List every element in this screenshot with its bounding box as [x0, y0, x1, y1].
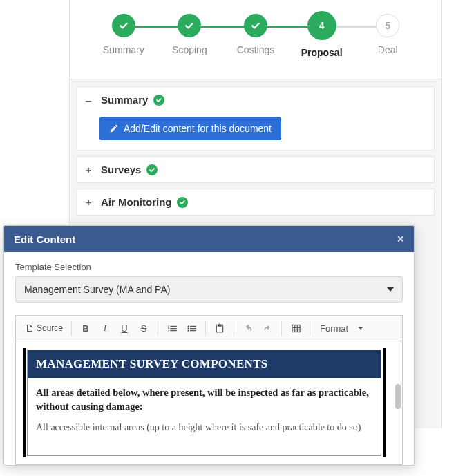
accordion-item-summary: – Summary Add/Edit content for this docu…: [77, 86, 435, 151]
accordion-item-surveys: + Surveys: [77, 156, 435, 183]
step-proposal[interactable]: 4 Proposal: [289, 14, 355, 58]
redo-button[interactable]: [258, 318, 277, 338]
step-costings[interactable]: Costings: [222, 14, 289, 55]
accordion-header[interactable]: + Air Monitoring: [77, 189, 434, 215]
paste-button[interactable]: [210, 318, 229, 338]
stepper: Summary Scoping Costings 4 Proposal 5 De…: [70, 0, 441, 79]
template-selection-label: Template Selection: [15, 262, 403, 272]
svg-point-0: [187, 325, 189, 327]
step-number: 4: [307, 11, 336, 40]
rich-text-editor: Source B I U S: [15, 315, 403, 465]
expand-icon: +: [86, 196, 95, 208]
document-frame: MANAGEMENT SURVEY COMPONENTS All areas d…: [23, 348, 386, 457]
collapse-icon: –: [86, 94, 95, 106]
toolbar-separator: [158, 321, 158, 336]
source-label: Source: [37, 323, 63, 333]
clipboard-icon: [215, 323, 225, 333]
toolbar-separator: [71, 321, 72, 336]
accordion-item-air-monitoring: + Air Monitoring: [77, 189, 435, 216]
modal-body: Template Selection Management Survey (MA…: [4, 252, 414, 465]
edit-icon: [109, 124, 119, 133]
check-icon: [177, 197, 188, 208]
accordion-body: Add/Edit content for this document: [77, 113, 434, 150]
check-icon: [178, 14, 201, 37]
bold-button[interactable]: B: [76, 318, 95, 338]
select-value: Management Survey (MA and PA): [24, 284, 170, 295]
modal-header: Edit Content ×: [4, 226, 414, 252]
step-label: Scoping: [172, 44, 207, 55]
unordered-list-icon: [187, 323, 197, 334]
undo-button[interactable]: [238, 318, 258, 338]
step-label: Costings: [237, 44, 274, 55]
close-icon[interactable]: ×: [397, 233, 404, 245]
chevron-down-icon: [387, 287, 394, 292]
step-number: 5: [376, 14, 399, 37]
step-summary[interactable]: Summary: [91, 14, 157, 55]
step-label: Deal: [378, 44, 398, 55]
accordion-header[interactable]: – Summary: [77, 87, 434, 113]
accordion-title: Air Monitoring: [101, 196, 171, 208]
step-label: Proposal: [301, 47, 343, 58]
strikethrough-button[interactable]: S: [134, 318, 153, 338]
add-edit-content-button[interactable]: Add/Edit content for this document: [99, 117, 281, 140]
source-icon: [26, 324, 34, 332]
format-dropdown[interactable]: Format: [314, 318, 369, 338]
toolbar-separator: [234, 321, 234, 336]
document-heading: MANAGEMENT SURVEY COMPONENTS: [28, 350, 381, 378]
scrollbar-thumb[interactable]: [395, 384, 401, 409]
edit-content-modal: Edit Content × Template Selection Manage…: [3, 225, 415, 466]
svg-rect-3: [292, 325, 299, 332]
document-lead: All areas detailed below, where present,…: [36, 386, 372, 413]
undo-icon: [243, 323, 254, 334]
ordered-list-icon: [167, 323, 178, 334]
step-scoping[interactable]: Scoping: [157, 14, 223, 55]
svg-point-2: [187, 330, 189, 331]
editor-canvas[interactable]: MANAGEMENT SURVEY COMPONENTS All areas d…: [16, 341, 402, 464]
underline-button[interactable]: U: [115, 318, 134, 338]
table-button[interactable]: [286, 318, 305, 338]
template-select[interactable]: Management Survey (MA and PA): [15, 276, 403, 303]
toolbar-separator: [310, 321, 310, 336]
svg-point-1: [187, 327, 189, 329]
toolbar-separator: [281, 321, 282, 336]
accordion: – Summary Add/Edit content for this docu…: [70, 79, 441, 228]
check-icon: [153, 95, 164, 106]
source-button[interactable]: Source: [21, 318, 67, 338]
accordion-title: Surveys: [101, 164, 141, 175]
button-label: Add/Edit content for this document: [124, 123, 272, 134]
unordered-list-button[interactable]: [182, 318, 201, 338]
redo-icon: [263, 323, 273, 334]
toolbar-separator: [205, 321, 206, 336]
check-icon: [146, 164, 158, 175]
accordion-header[interactable]: + Surveys: [77, 157, 434, 182]
ordered-list-button[interactable]: [162, 318, 182, 338]
accordion-title: Summary: [101, 94, 148, 106]
step-deal[interactable]: 5 Deal: [354, 14, 421, 55]
modal-title: Edit Content: [14, 234, 75, 245]
document-paragraph: All accessible internal areas (up to a h…: [36, 421, 372, 435]
check-icon: [244, 14, 267, 37]
table-icon: [291, 323, 301, 334]
format-label: Format: [320, 323, 348, 334]
italic-button[interactable]: I: [95, 318, 115, 338]
editor-toolbar: Source B I U S: [16, 316, 402, 341]
chevron-down-icon: [358, 327, 363, 330]
expand-icon: +: [86, 164, 95, 175]
check-icon: [112, 14, 135, 37]
scrollbar[interactable]: [395, 348, 401, 457]
step-label: Summary: [103, 44, 144, 55]
